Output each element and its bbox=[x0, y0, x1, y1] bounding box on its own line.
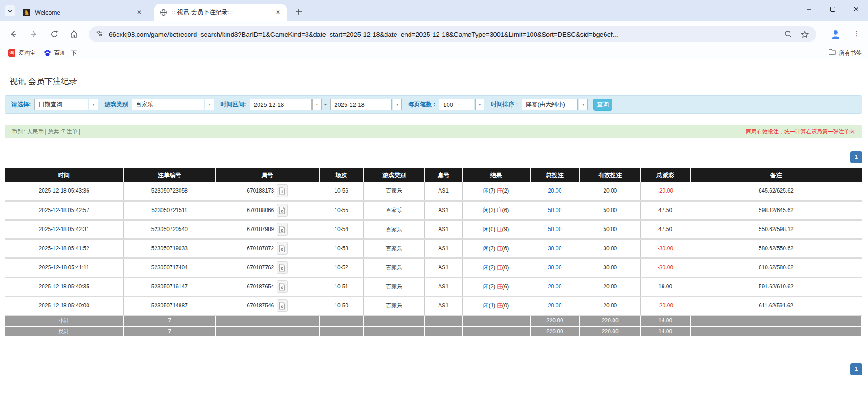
total-bet-link[interactable]: 30.00 bbox=[548, 245, 561, 252]
total-bet-link[interactable]: 30.00 bbox=[548, 264, 561, 271]
video-replay-icon[interactable] bbox=[277, 299, 288, 312]
bet-records-table: 时间注单编号局号场次游戏类别桌号结果总投注有效投注总派彩备注 2025-12-1… bbox=[5, 168, 862, 338]
subtotal-row-cell-9: 14.00 bbox=[640, 315, 690, 326]
query-type-value: 日期查询 bbox=[34, 99, 88, 110]
home-button[interactable] bbox=[68, 28, 80, 40]
result-banker-points: (2) bbox=[502, 188, 509, 194]
pagination-page-1-bottom[interactable]: 1 bbox=[850, 363, 862, 375]
cell-valid-bet: 20.00 bbox=[580, 296, 640, 315]
bookmarks-bar: 淘 爱淘宝 百度一下 所有书签 bbox=[0, 47, 868, 59]
date-start-value: 2025-12-18 bbox=[250, 99, 312, 110]
cell-payout: 19.00 bbox=[640, 277, 690, 296]
cell-bet-id: 523050717404 bbox=[124, 258, 215, 277]
profile-avatar[interactable] bbox=[830, 29, 841, 42]
cell-total-bet[interactable]: 50.00 bbox=[530, 220, 580, 239]
bookmark-star-icon[interactable] bbox=[799, 29, 810, 40]
tab-bet-record[interactable]: :::视讯 会员下注纪录::: ✕ bbox=[154, 4, 287, 21]
bookmark-taobao[interactable]: 淘 爱淘宝 bbox=[8, 49, 36, 57]
sort-value: 降幂(由大到小) bbox=[522, 99, 578, 110]
grand-total-row-cell-4 bbox=[364, 326, 424, 337]
cell-remark: 550.62/598.12 bbox=[690, 220, 862, 239]
cell-remark: 610.62/580.62 bbox=[690, 258, 862, 277]
subtotal-row-cell-7: 220.00 bbox=[530, 315, 580, 326]
dropdown-arrow-icon[interactable]: ▼ bbox=[475, 99, 484, 110]
cell-payout: 47.50 bbox=[640, 201, 690, 220]
cell-time: 2025-12-18 05:43:36 bbox=[5, 182, 124, 201]
video-replay-icon[interactable] bbox=[277, 204, 288, 217]
video-replay-icon[interactable] bbox=[277, 280, 288, 293]
cell-total-bet[interactable]: 20.00 bbox=[530, 182, 580, 201]
page-size-select[interactable]: 100 ▼ bbox=[439, 99, 484, 110]
query-type-select[interactable]: 日期查询 ▼ bbox=[34, 99, 98, 110]
payout-value: 47.50 bbox=[658, 226, 672, 232]
cell-table-no: AS1 bbox=[424, 220, 462, 239]
video-replay-icon[interactable] bbox=[277, 184, 288, 197]
game-type-select[interactable]: 百家乐 ▼ bbox=[132, 99, 214, 110]
total-bet-link[interactable]: 50.00 bbox=[548, 207, 561, 213]
tab-close-icon[interactable]: ✕ bbox=[274, 8, 282, 16]
payout-value: 19.00 bbox=[658, 283, 672, 290]
reload-button[interactable] bbox=[48, 28, 60, 40]
total-bet-link[interactable]: 20.00 bbox=[548, 283, 561, 290]
note-text: 同局有效投注，统一计算在该局第一张注单内 bbox=[746, 128, 855, 136]
tab-title: :::视讯 会员下注纪录::: bbox=[172, 8, 270, 16]
close-window-button[interactable] bbox=[844, 0, 868, 18]
cell-total-bet[interactable]: 50.00 bbox=[530, 201, 580, 220]
total-bet-link[interactable]: 20.00 bbox=[548, 302, 561, 309]
cell-payout: -30.00 bbox=[640, 239, 690, 258]
cell-table-no: AS1 bbox=[424, 239, 462, 258]
cell-bet-id: 523050720540 bbox=[124, 220, 215, 239]
bookmark-baidu[interactable]: 百度一下 bbox=[44, 49, 77, 57]
sort-select[interactable]: 降幂(由大到小) ▼ bbox=[522, 99, 588, 110]
game-type-value: 百家乐 bbox=[132, 99, 204, 110]
forward-button[interactable] bbox=[28, 28, 40, 40]
column-header: 局号 bbox=[215, 168, 319, 182]
cell-time: 2025-12-18 05:41:11 bbox=[5, 258, 124, 277]
video-replay-icon[interactable] bbox=[277, 261, 288, 274]
welcome-favicon-icon: ♞ bbox=[23, 9, 30, 16]
cell-time: 2025-12-18 05:40:35 bbox=[5, 277, 124, 296]
address-bar[interactable]: 66cxkj98.com/game/betrecord_search/kind3… bbox=[89, 26, 816, 42]
video-replay-icon[interactable] bbox=[277, 223, 288, 236]
page-size-label: 每页笔数 : bbox=[408, 100, 435, 109]
column-header: 总派彩 bbox=[640, 168, 690, 182]
cell-session: 10-53 bbox=[319, 239, 364, 258]
dropdown-arrow-icon[interactable]: ▼ bbox=[89, 99, 98, 110]
date-end-select[interactable]: 2025-12-18 ▼ bbox=[330, 99, 402, 110]
zoom-icon[interactable] bbox=[783, 29, 794, 40]
search-button[interactable]: 查询 bbox=[593, 99, 612, 111]
cell-total-bet[interactable]: 20.00 bbox=[530, 296, 580, 315]
cell-session: 10-55 bbox=[319, 201, 364, 220]
pagination-page-1-top[interactable]: 1 bbox=[850, 151, 862, 163]
column-header: 结果 bbox=[462, 168, 530, 182]
tab-welcome[interactable]: ♞ Welcome ✕ bbox=[17, 4, 148, 21]
all-bookmarks[interactable]: 所有书签 bbox=[822, 49, 862, 57]
dropdown-arrow-icon[interactable]: ▼ bbox=[393, 99, 402, 110]
summary-bar: 币别 : 人民币 | 总共 :7 注单 | 同局有效投注，统一计算在该局第一张注… bbox=[5, 125, 862, 138]
date-start-select[interactable]: 2025-12-18 ▼ bbox=[250, 99, 322, 110]
video-replay-icon[interactable] bbox=[277, 242, 288, 255]
cell-round: 670187546 bbox=[215, 296, 319, 315]
back-button[interactable] bbox=[7, 28, 19, 40]
result-player-points: (1) bbox=[489, 302, 497, 309]
cell-total-bet[interactable]: 30.00 bbox=[530, 258, 580, 277]
subtotal-row-cell-10 bbox=[690, 315, 862, 326]
tab-close-icon[interactable]: ✕ bbox=[135, 8, 143, 16]
cell-total-bet[interactable]: 30.00 bbox=[530, 239, 580, 258]
result-banker-points: (6) bbox=[502, 283, 509, 290]
grand-total-row-cell-10 bbox=[690, 326, 862, 337]
dropdown-arrow-icon[interactable]: ▼ bbox=[205, 99, 214, 110]
total-bet-link[interactable]: 20.00 bbox=[548, 188, 561, 194]
site-settings-icon[interactable] bbox=[95, 30, 103, 40]
dropdown-arrow-icon[interactable]: ▼ bbox=[312, 99, 322, 110]
total-bet-link[interactable]: 50.00 bbox=[548, 226, 561, 232]
minimize-button[interactable] bbox=[797, 0, 821, 18]
tab-search-button[interactable] bbox=[5, 5, 15, 16]
cell-valid-bet: 20.00 bbox=[580, 182, 640, 201]
maximize-button[interactable] bbox=[821, 0, 844, 18]
table-row: 2025-12-18 05:42:31523050720540670187989… bbox=[5, 220, 862, 239]
new-tab-button[interactable] bbox=[294, 7, 304, 17]
dropdown-arrow-icon[interactable]: ▼ bbox=[579, 99, 588, 110]
cell-total-bet[interactable]: 20.00 bbox=[530, 277, 580, 296]
browser-menu-icon[interactable]: ⋮ bbox=[853, 28, 861, 40]
